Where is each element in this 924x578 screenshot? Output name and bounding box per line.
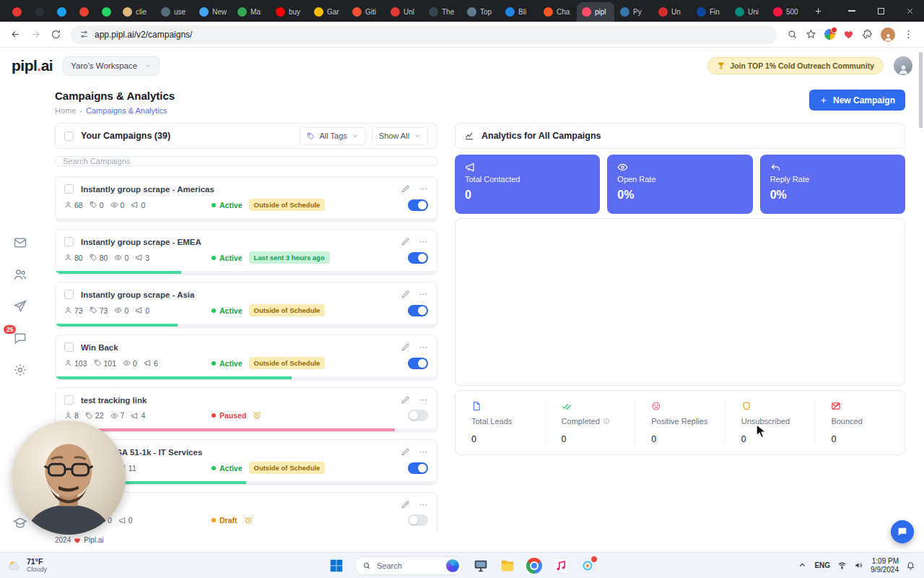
pipl-logo[interactable]: pipl.ai [12,57,53,74]
chat-widget-button[interactable] [891,520,914,543]
taskbar-app-explorer[interactable] [499,557,516,574]
campaign-checkbox[interactable] [64,237,74,246]
campaign-toggle[interactable] [408,252,428,264]
browser-tab[interactable]: Fin [692,2,729,22]
pinned-tab[interactable] [51,2,72,22]
edit-campaign-icon[interactable] [401,290,410,299]
campaign-name[interactable]: Instantly group scrape - EMEA [81,238,201,246]
sidebar-settings-icon[interactable] [13,363,27,377]
new-campaign-button[interactable]: New Campaign [809,90,905,111]
campaign-menu-icon[interactable] [419,342,428,352]
campaign-checkbox[interactable] [64,342,74,352]
community-promo-button[interactable]: Join TOP 1% Cold Outreach Community [707,57,884,74]
browser-tab[interactable]: clie [118,2,155,22]
pinned-tab[interactable] [95,2,117,22]
taskbar-app-music[interactable] [552,557,570,574]
browser-profile-avatar[interactable] [881,27,895,42]
edit-campaign-icon[interactable] [401,500,410,509]
campaign-toggle[interactable] [408,358,428,369]
campaign-toggle[interactable] [408,514,428,526]
workspace-selector[interactable]: Yaro's Workspace [63,56,160,76]
campaign-name[interactable]: Instantly group scrape - Asia [81,290,194,299]
browser-tab[interactable]: New [194,2,232,22]
page-scrollbar[interactable] [919,52,923,128]
user-avatar[interactable] [894,56,912,75]
sidebar-campaigns-icon[interactable] [13,299,27,314]
reload-button[interactable] [46,25,65,44]
browser-tab[interactable]: pipl [577,2,614,22]
pinned-tab[interactable] [73,2,95,22]
campaign-name[interactable]: Win Back [81,343,118,352]
browser-tab[interactable]: Uni [730,2,767,22]
browser-tab[interactable]: 500 [768,2,806,22]
campaign-toggle[interactable] [408,462,428,474]
edit-campaign-icon[interactable] [401,237,410,246]
pinned-tab[interactable] [6,2,27,22]
sidebar-chat-icon[interactable]: 25 [13,331,27,345]
taskbar-app-chrome[interactable] [526,557,543,574]
taskbar-clock[interactable]: 1:09 PM 9/9/2024 [871,557,899,574]
browser-menu-icon[interactable] [903,29,914,40]
browser-tab[interactable]: Unl [385,2,423,22]
browser-tab[interactable]: buy [271,2,308,22]
footer-brand[interactable]: Pipl.ai [84,536,103,544]
wifi-icon[interactable] [837,561,847,570]
browser-tab[interactable]: use [156,2,193,22]
sidebar-academy-icon[interactable] [13,516,27,530]
browser-tab[interactable]: Un [653,2,691,22]
campaign-menu-icon[interactable] [419,184,428,194]
browser-tab[interactable]: Bli [500,2,538,22]
taskbar-app-monitor[interactable] [472,557,489,574]
all-tags-filter[interactable]: All Tags [300,127,365,145]
campaign-checkbox[interactable] [64,395,74,405]
browser-tab[interactable]: Top [462,2,500,22]
taskbar-search[interactable]: Search [354,556,463,575]
extension-colorful-icon[interactable] [824,29,835,40]
campaign-toggle[interactable] [408,199,428,211]
maximize-button[interactable] [866,0,895,22]
close-button[interactable] [895,0,924,22]
show-all-filter[interactable]: Show All [372,127,428,145]
campaign-search-input[interactable] [55,156,437,166]
site-settings-icon[interactable] [79,30,89,39]
bookmark-star-icon[interactable] [806,29,816,40]
campaign-name[interactable]: test tracking link [81,396,147,405]
search-icon[interactable] [787,29,798,40]
campaign-checkbox[interactable] [64,290,74,299]
start-button[interactable] [328,557,345,574]
breadcrumb-home[interactable]: Home [55,106,76,116]
campaign-toggle[interactable] [408,410,428,421]
campaign-menu-icon[interactable] [419,237,428,246]
new-tab-button[interactable] [809,2,827,20]
taskbar-app-photos[interactable] [579,557,596,574]
sidebar-contacts-icon[interactable] [13,267,27,282]
campaign-menu-icon[interactable] [419,290,428,299]
back-button[interactable] [6,25,25,44]
browser-tab[interactable]: Cha [539,2,576,22]
address-bar[interactable]: app.pipl.ai/v2/campaigns/ [71,25,777,44]
edit-campaign-icon[interactable] [401,395,410,405]
browser-tab[interactable]: Py [615,2,653,22]
tray-chevron-icon[interactable] [798,561,807,570]
extension-heart-icon[interactable] [843,29,854,40]
volume-icon[interactable] [854,561,863,570]
edit-campaign-icon[interactable] [401,184,410,194]
pinned-tab[interactable] [28,2,50,22]
extensions-puzzle-icon[interactable] [862,29,873,40]
sidebar-mail-icon[interactable] [13,236,27,250]
campaign-name[interactable]: Instantly group scrape - Americas [81,185,214,194]
minimize-button[interactable] [837,0,866,22]
browser-tab[interactable]: Giti [347,2,385,22]
browser-tab[interactable]: Gar [309,2,346,22]
campaign-toggle[interactable] [408,305,428,316]
campaign-menu-icon[interactable] [419,395,428,405]
browser-tab[interactable]: The [424,2,461,22]
forward-button[interactable] [26,25,45,44]
campaign-checkbox[interactable] [64,184,74,194]
edit-campaign-icon[interactable] [401,342,410,352]
campaign-menu-icon[interactable] [419,447,428,457]
select-all-checkbox[interactable] [64,131,74,141]
weather-widget[interactable]: 71°F Cloudy [0,553,54,578]
campaign-menu-icon[interactable] [419,500,428,509]
notifications-icon[interactable] [906,561,915,570]
